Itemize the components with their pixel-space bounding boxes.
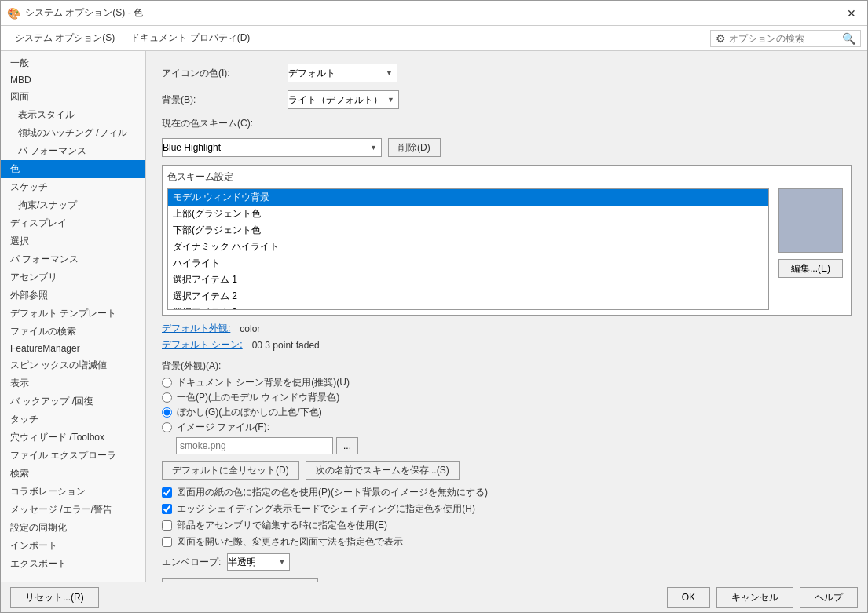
checkbox-edge-shading: エッジ シェイディング表示モードでシェイディングに指定色を使用(H)	[162, 502, 852, 516]
sidebar-item-file-search[interactable]: ファイルの検索	[1, 323, 145, 341]
radio-image-file-label: イメージ ファイル(F):	[177, 421, 269, 434]
sidebar-item-external-refs[interactable]: 外部参照	[1, 286, 145, 305]
sidebar-item-feature-manager[interactable]: FeatureManager	[1, 341, 145, 356]
checkbox-edge-shading-input[interactable]	[162, 504, 172, 514]
save-scheme-button[interactable]: 次の名前でスキームを保存...(S)	[306, 461, 460, 480]
search-input[interactable]	[729, 33, 839, 44]
icon-color-select[interactable]: デフォルト クラシック モダン	[288, 64, 397, 82]
reset-all-button[interactable]: デフォルトに全リセット(D)	[162, 461, 299, 480]
sidebar-item-area-hatch[interactable]: 領域のハッチング /フィル	[1, 124, 145, 142]
radio-gradient-label: ぼかし(G)(上のぼかしの上色/下色)	[177, 406, 322, 419]
icon-color-row: アイコンの色(I): デフォルト クラシック モダン	[162, 64, 852, 82]
color-scheme-box: 色スキーム設定 モデル ウィンドウ背景 上部(グラジェント色 下部(グラジェント…	[162, 165, 852, 316]
sidebar-item-default-template[interactable]: デフォルト テンプレート	[1, 305, 145, 323]
main-panel: アイコンの色(I): デフォルト クラシック モダン 背景(B): ライト（デフ…	[146, 51, 867, 582]
scheme-list-wrapper: モデル ウィンドウ背景 上部(グラジェント色 下部(グラジェント色 ダイナミック…	[167, 188, 769, 310]
sidebar-item-file-explorer[interactable]: ファイル エクスプローラ	[1, 447, 145, 465]
help-button[interactable]: ヘルプ	[800, 587, 858, 608]
bottom-bar-right: OK キャンセル ヘルプ	[667, 587, 858, 608]
action-row: デフォルトに全リセット(D) 次の名前でスキームを保存...(S)	[162, 461, 852, 480]
sidebar-item-selection[interactable]: 選択	[1, 232, 145, 250]
list-item[interactable]: 選択アイテム 2	[168, 288, 768, 305]
list-item[interactable]: 下部(グラジェント色	[168, 222, 768, 239]
list-item[interactable]: 選択アイテム 3	[168, 305, 768, 310]
default-scene-value: 00 3 point faded	[252, 340, 320, 351]
scheme-list[interactable]: モデル ウィンドウ背景 上部(グラジェント色 下部(グラジェント色 ダイナミック…	[167, 188, 769, 310]
sidebar-item-display-style[interactable]: 表示スタイル	[1, 106, 145, 124]
default-outside-row: デフォルト外観: color	[162, 322, 852, 335]
edit-color-button[interactable]: 編集...(E)	[778, 259, 843, 278]
menu-item-system-options[interactable]: システム オプション(S)	[7, 27, 123, 49]
checkbox-edit-in-assembly-input[interactable]	[162, 520, 172, 531]
sidebar-item-assemblies[interactable]: アセンブリ	[1, 268, 145, 286]
dialog: 🎨 システム オプション(S) - 色 ✕ システム オプション(S) ドキュメ…	[0, 0, 868, 613]
sidebar-item-display[interactable]: ディスプレイ	[1, 214, 145, 232]
list-item[interactable]: ダイナミック ハイライト	[168, 239, 768, 255]
list-item[interactable]: モデル ウィンドウ背景	[168, 189, 768, 206]
radio-use-document-bg-input[interactable]	[162, 378, 172, 388]
checkbox-use-paper-color-label: 図面用の紙の色に指定の色を使用(P)(シート背景のイメージを無効にする)	[177, 486, 488, 499]
envelope-select[interactable]: 半透明 非表示 表示	[227, 553, 290, 571]
sidebar-item-search[interactable]: 検索	[1, 465, 145, 483]
checkbox-show-changed-dims-label: 図面を開いた際、変更された図面寸法を指定色で表示	[177, 535, 403, 549]
sidebar-item-performance[interactable]: パ フォーマンス	[1, 142, 145, 160]
sidebar-item-general[interactable]: 一般	[1, 54, 145, 72]
list-item[interactable]: 上部(グラジェント色	[168, 206, 768, 222]
radio-image-file-input[interactable]	[162, 422, 172, 432]
sidebar-item-collaboration[interactable]: コラボレーション	[1, 483, 145, 501]
list-item[interactable]: ハイライト	[168, 255, 768, 272]
background-select[interactable]: ライト（デフォルト） ダーク カスタム	[288, 90, 399, 109]
close-button[interactable]: ✕	[842, 5, 861, 21]
menu-items: システム オプション(S) ドキュメント プロパティ(D)	[7, 27, 258, 49]
checkbox-show-changed-dims: 図面を開いた際、変更された図面寸法を指定色で表示	[162, 535, 852, 549]
reset-button[interactable]: リセット...(R)	[10, 587, 99, 608]
sidebar-item-constraint-snap[interactable]: 拘束/スナップ	[1, 196, 145, 214]
sidebar-item-messages[interactable]: メッセージ /エラー/警告	[1, 501, 145, 519]
checkbox-edit-in-assembly-label: 部品をアセンブリで編集する時に指定色を使用(E)	[177, 519, 387, 532]
bg-section: 背景(外観)(A): ドキュメント シーン背景を使用(推奨)(U) 一色(P)(…	[162, 359, 852, 454]
radio-gradient-input[interactable]	[162, 407, 172, 418]
sidebar-item-backup-recover[interactable]: バ ックアップ /回復	[1, 392, 145, 410]
radio-solid-color-input[interactable]	[162, 392, 172, 403]
scheme-select[interactable]: Blue Highlight Default Classic	[162, 138, 382, 157]
sidebar-item-hole-wizard[interactable]: 穴ウィザード /Toolbox	[1, 429, 145, 447]
color-preview-area: 編集...(E)	[775, 188, 846, 310]
sidebar-item-view[interactable]: 表示	[1, 374, 145, 392]
background-select-wrapper: ライト（デフォルト） ダーク カスタム	[288, 90, 399, 109]
checkbox-use-paper-color: 図面用の紙の色に指定の色を使用(P)(シート背景のイメージを無効にする)	[162, 486, 852, 499]
sidebar-item-color[interactable]: 色	[1, 160, 145, 178]
sidebar-item-sketch[interactable]: スケッチ	[1, 178, 145, 196]
checkbox-edit-in-assembly: 部品をアセンブリで編集する時に指定色を使用(E)	[162, 519, 852, 532]
envelope-label: エンベロープ:	[162, 556, 221, 569]
sidebar-item-spin-box[interactable]: スピン ックスの増減値	[1, 356, 145, 374]
sidebar-item-export[interactable]: エクスポート	[1, 555, 145, 573]
sidebar-item-drawing[interactable]: 図面	[1, 88, 145, 106]
menu-item-document-properties[interactable]: ドキュメント プロパティ(D)	[123, 27, 258, 49]
checkbox-show-changed-dims-input[interactable]	[162, 537, 172, 547]
background-row: 背景(B): ライト（デフォルト） ダーク カスタム	[162, 90, 852, 109]
sidebar-item-sync-settings[interactable]: 設定の同期化	[1, 519, 145, 537]
sidebar-item-mbd[interactable]: MBD	[1, 72, 145, 88]
default-outside-link[interactable]: デフォルト外観:	[162, 322, 230, 335]
dialog-icon: 🎨	[7, 7, 20, 20]
menu-bar: システム オプション(S) ドキュメント プロパティ(D) ⚙ 🔍	[1, 26, 867, 51]
sidebar-item-performance2[interactable]: パ フォーマンス	[1, 250, 145, 268]
default-scene-link[interactable]: デフォルト シーン:	[162, 338, 243, 352]
current-scheme-label: 現在の色スキーム(C):	[162, 117, 288, 130]
bg-appearance-label: 背景(外観)(A):	[162, 359, 852, 373]
list-item[interactable]: 選択アイテム 1	[168, 272, 768, 288]
browse-button[interactable]: ...	[336, 437, 358, 454]
checkbox-use-paper-color-input[interactable]	[162, 487, 172, 498]
file-row: ...	[176, 437, 852, 454]
image-file-input[interactable]	[176, 437, 333, 454]
cancel-button[interactable]: キャンセル	[716, 587, 793, 608]
sidebar-item-import[interactable]: インポート	[1, 537, 145, 555]
delete-button[interactable]: 削除(D)	[388, 138, 441, 157]
radio-use-document-bg-label: ドキュメント シーン背景を使用(推奨)(U)	[177, 376, 350, 389]
title-bar: 🎨 システム オプション(S) - 色 ✕	[1, 1, 867, 26]
sidebar-item-touch[interactable]: タッチ	[1, 410, 145, 429]
gear-icon: ⚙	[716, 32, 726, 45]
icon-color-select-wrapper: デフォルト クラシック モダン	[288, 64, 397, 82]
ok-button[interactable]: OK	[667, 587, 710, 608]
background-label: 背景(B):	[162, 93, 288, 107]
